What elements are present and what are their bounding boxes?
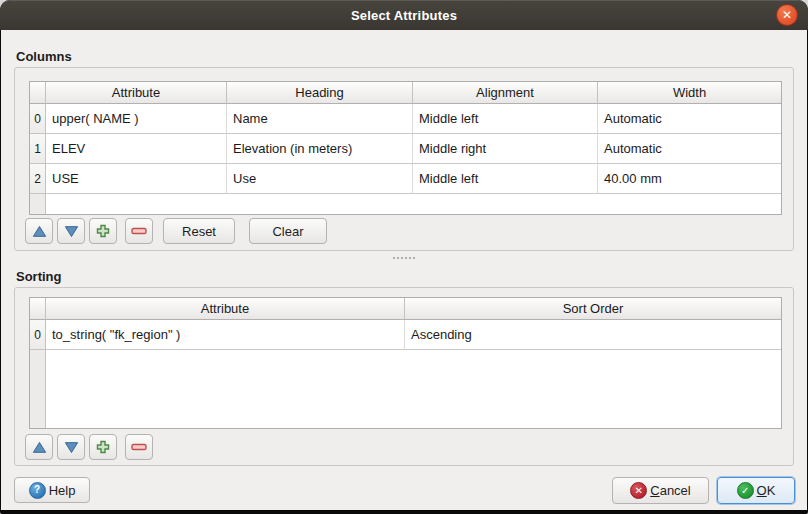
cell-alignment[interactable]: Middle right — [413, 134, 598, 164]
columns-table: Attribute Heading Alignment Width 0 uppe… — [29, 81, 782, 215]
table-row: 1 ELEV Elevation (in meters) Middle righ… — [30, 134, 781, 164]
up-triangle-icon — [32, 225, 47, 238]
help-button-label: Help — [49, 483, 76, 498]
row-number[interactable]: 2 — [30, 164, 46, 194]
row-number[interactable]: 0 — [30, 320, 46, 350]
close-icon[interactable]: ✕ — [776, 4, 798, 26]
table-empty-area — [30, 350, 781, 428]
sorting-groupbox: Attribute Sort Order 0 to_string( "fk_re… — [14, 287, 794, 466]
move-down-button[interactable] — [57, 218, 85, 244]
sort-remove-button[interactable] — [125, 434, 153, 460]
sort-header-attribute: Attribute — [46, 298, 405, 320]
help-button[interactable]: ? Help — [14, 477, 90, 503]
minus-icon — [130, 439, 148, 455]
column-header-alignment: Alignment — [413, 82, 598, 104]
cancel-icon: ✕ — [630, 482, 647, 499]
down-triangle-icon — [64, 225, 79, 238]
clear-button-label: Clear — [272, 224, 303, 239]
up-triangle-icon — [32, 441, 47, 454]
cell-attribute[interactable]: ELEV — [46, 134, 227, 164]
sort-header-order: Sort Order — [405, 298, 781, 320]
cell-width[interactable]: Automatic — [598, 104, 781, 134]
reset-button-label: Reset — [182, 224, 216, 239]
cell-attribute[interactable]: upper( NAME ) — [46, 104, 227, 134]
column-header-width: Width — [598, 82, 781, 104]
ok-button-label: OK — [757, 483, 776, 498]
sorting-table-header-row: Attribute Sort Order — [30, 298, 781, 320]
cell-heading[interactable]: Elevation (in meters) — [227, 134, 413, 164]
splitter-handle[interactable] — [1, 257, 807, 259]
columns-table-header-row: Attribute Heading Alignment Width — [30, 82, 781, 104]
ok-icon: ✓ — [737, 482, 754, 499]
sorting-section-label: Sorting — [16, 269, 62, 284]
columns-section-label: Columns — [16, 49, 72, 64]
table-empty-area — [30, 194, 781, 214]
plus-icon — [95, 223, 111, 239]
cell-sort-attribute[interactable]: to_string( "fk_region" ) — [46, 320, 405, 350]
down-triangle-icon — [64, 441, 79, 454]
plus-icon — [95, 439, 111, 455]
table-row: 0 upper( NAME ) Name Middle left Automat… — [30, 104, 781, 134]
add-column-button[interactable] — [89, 218, 117, 244]
sort-add-button[interactable] — [89, 434, 117, 460]
cell-heading[interactable]: Name — [227, 104, 413, 134]
dialog-title: Select Attributes — [351, 8, 457, 23]
cell-alignment[interactable]: Middle left — [413, 164, 598, 194]
columns-groupbox: Attribute Heading Alignment Width 0 uppe… — [14, 67, 794, 251]
sorting-table: Attribute Sort Order 0 to_string( "fk_re… — [29, 297, 782, 429]
ok-button[interactable]: ✓ OK — [717, 477, 795, 504]
sort-move-up-button[interactable] — [25, 434, 53, 460]
row-number[interactable]: 1 — [30, 134, 46, 164]
sort-move-down-button[interactable] — [57, 434, 85, 460]
table-row: 2 USE Use Middle left 40.00 mm — [30, 164, 781, 194]
clear-button[interactable]: Clear — [249, 218, 327, 244]
titlebar[interactable]: Select Attributes ✕ — [0, 0, 808, 30]
table-row: 0 to_string( "fk_region" ) Ascending — [30, 320, 781, 350]
cell-attribute[interactable]: USE — [46, 164, 227, 194]
cell-width[interactable]: 40.00 mm — [598, 164, 781, 194]
row-number[interactable]: 0 — [30, 104, 46, 134]
dialog-body: Columns Attribute Heading Alignment Widt… — [1, 30, 807, 510]
cell-sort-order[interactable]: Ascending — [405, 320, 781, 350]
help-icon: ? — [29, 482, 46, 499]
corner-header-cell — [30, 82, 46, 104]
row-header-strip — [30, 194, 46, 214]
select-attributes-dialog: Select Attributes ✕ Columns Attribute He… — [0, 0, 808, 514]
cell-heading[interactable]: Use — [227, 164, 413, 194]
remove-column-button[interactable] — [125, 218, 153, 244]
column-header-attribute: Attribute — [46, 82, 227, 104]
cell-alignment[interactable]: Middle left — [413, 104, 598, 134]
cancel-button[interactable]: ✕ Cancel — [612, 477, 709, 504]
cancel-button-label: Cancel — [650, 483, 690, 498]
corner-header-cell — [30, 298, 46, 320]
minus-icon — [130, 223, 148, 239]
move-up-button[interactable] — [25, 218, 53, 244]
column-header-heading: Heading — [227, 82, 413, 104]
row-header-strip — [30, 350, 46, 428]
reset-button[interactable]: Reset — [163, 218, 235, 244]
cell-width[interactable]: Automatic — [598, 134, 781, 164]
